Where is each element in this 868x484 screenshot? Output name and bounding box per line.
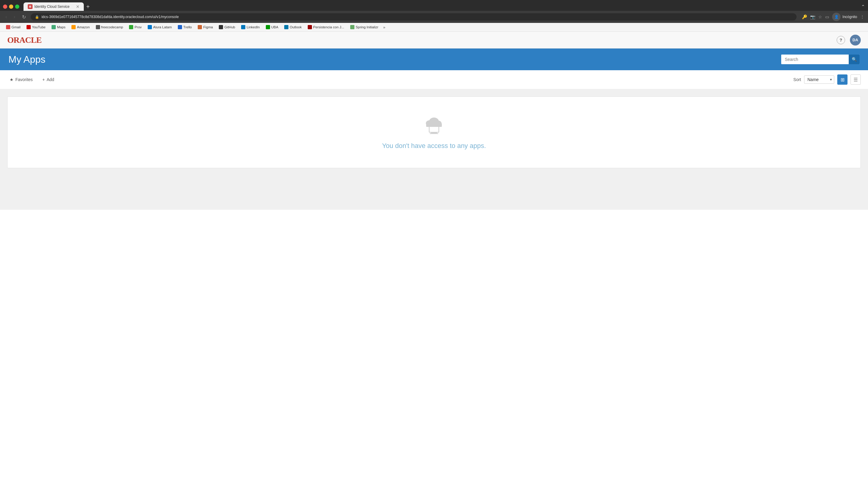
bookmark-label: Outlook — [290, 25, 302, 29]
bookmark-icon — [6, 25, 10, 29]
svg-rect-6 — [430, 133, 438, 134]
browser-nav-icons: 🔑 📷 ☆ ▭ 👤 Incógnito ⋮ — [802, 13, 864, 21]
incognito-label: Incógnito — [842, 15, 857, 19]
page-header: My Apps 🔍 — [0, 49, 868, 70]
svg-rect-5 — [431, 132, 437, 133]
maximize-window-button[interactable] — [15, 4, 19, 9]
bookmark-label: LinkedIn — [247, 25, 259, 29]
bookmark-youtube[interactable]: YouTube — [24, 24, 48, 30]
header-right: ? DA — [837, 35, 861, 46]
help-button[interactable]: ? — [837, 36, 845, 44]
bookmark-outlook[interactable]: Outlook — [282, 24, 304, 30]
search-input[interactable] — [781, 55, 860, 64]
star-icon[interactable]: ☆ — [818, 13, 822, 21]
bookmarks-more-icon[interactable]: » — [383, 25, 385, 30]
add-button[interactable]: + Add — [40, 76, 57, 83]
address-bar: ‹ › ↻ 🔒 idcs-3669d1e0771645778c8d78308d1… — [0, 11, 868, 23]
camera-off-icon[interactable]: 📷 — [810, 13, 815, 21]
tab-bar: ⊞ Identity Cloud Service ✕ + ⌃ — [0, 0, 868, 11]
bookmark-icon — [178, 25, 182, 29]
bookmark-maps[interactable]: Maps — [49, 24, 68, 30]
favorites-button[interactable]: ★ Favorites — [7, 76, 35, 83]
key-icon[interactable]: 🔑 — [802, 13, 807, 21]
tablet-icon[interactable]: ▭ — [825, 13, 829, 21]
sort-label: Sort — [793, 77, 801, 82]
bookmark-icon — [198, 25, 202, 29]
tab-maximize-icon: ⌃ — [861, 4, 865, 10]
bookmark-icon — [350, 25, 354, 29]
tab-title: Identity Cloud Service — [34, 4, 74, 9]
bookmark-trello[interactable]: Trello — [176, 24, 194, 30]
search-container: 🔍 — [781, 55, 860, 64]
bookmark-label: YouTube — [32, 25, 45, 29]
close-window-button[interactable] — [3, 4, 7, 9]
toolbar: ★ Favorites + Add Sort Name Date Type ▾ … — [0, 70, 868, 89]
back-button[interactable]: ‹ — [4, 13, 9, 20]
incognito-button[interactable]: 👤 Incógnito — [832, 13, 857, 21]
bookmark-icon — [219, 25, 223, 29]
bookmark-gmail[interactable]: Gmail — [4, 24, 23, 30]
plus-icon: + — [42, 77, 45, 82]
bookmark-label: Spring Initializr — [355, 25, 378, 29]
toolbar-right: Sort Name Date Type ▾ ⊞ ☰ — [793, 74, 861, 85]
new-tab-button[interactable]: + — [86, 3, 90, 10]
bookmark-icon — [284, 25, 288, 29]
url-text: idcs-3669d1e0771645778c8d78308d1dafda.id… — [41, 15, 793, 19]
bookmark-label: freecodecamp — [101, 25, 123, 29]
bookmark-uba[interactable]: UBA — [264, 24, 281, 30]
bookmark-icon — [266, 25, 270, 29]
bookmarks-bar: Gmail YouTube Maps Amazon freecodecamp P… — [0, 23, 868, 32]
bookmark-icon — [71, 25, 76, 29]
more-options-icon[interactable]: ⋮ — [860, 13, 864, 21]
grid-icon: ⊞ — [841, 77, 844, 83]
sort-select-wrapper: Name Date Type ▾ — [804, 75, 834, 84]
user-initials: DA — [852, 38, 858, 42]
empty-message: You don't have access to any apps. — [382, 142, 486, 150]
bookmark-icon — [129, 25, 133, 29]
reload-button[interactable]: ↻ — [20, 13, 28, 21]
bookmark-icon — [308, 25, 312, 29]
bookmark-spring[interactable]: Spring Initializr — [348, 24, 381, 30]
search-button[interactable]: 🔍 — [849, 55, 860, 64]
bookmark-alura[interactable]: Alura Latam — [145, 24, 174, 30]
bookmark-linkedin[interactable]: LinkedIn — [239, 24, 262, 30]
browser-chrome: ⊞ Identity Cloud Service ✕ + ⌃ ‹ › ↻ 🔒 i… — [0, 0, 868, 32]
oracle-app: ORACLE ? DA My Apps 🔍 ★ Favorites — [0, 32, 868, 210]
bookmark-label: Prov — [134, 25, 142, 29]
bookmark-prov[interactable]: Prov — [127, 24, 144, 30]
empty-state-card: You don't have access to any apps. — [7, 96, 861, 168]
bookmark-icon — [52, 25, 56, 29]
empty-state-illustration — [422, 115, 446, 136]
sort-select[interactable]: Name Date Type — [804, 75, 834, 84]
bookmark-figma[interactable]: Figma — [195, 24, 215, 30]
minimize-window-button[interactable] — [9, 4, 13, 9]
bookmark-github[interactable]: GitHub — [216, 24, 238, 30]
page-title: My Apps — [8, 54, 45, 65]
star-icon: ★ — [10, 77, 13, 82]
bookmark-icon — [148, 25, 152, 29]
user-avatar[interactable]: DA — [850, 35, 861, 46]
bookmark-label: UBA — [271, 25, 278, 29]
tab-close-button[interactable]: ✕ — [76, 4, 80, 9]
grid-view-button[interactable]: ⊞ — [837, 74, 847, 85]
empty-icon — [422, 115, 446, 136]
url-bar[interactable]: 🔒 idcs-3669d1e0771645778c8d78308d1dafda.… — [31, 13, 797, 21]
bookmark-label: GitHub — [224, 25, 235, 29]
bookmark-persistencia[interactable]: Persistencia con J... — [305, 24, 347, 30]
forward-button[interactable]: › — [12, 13, 17, 20]
bookmark-label: Figma — [203, 25, 213, 29]
add-label: Add — [47, 77, 54, 82]
active-tab[interactable]: ⊞ Identity Cloud Service ✕ — [24, 2, 84, 11]
bookmark-label: Gmail — [11, 25, 21, 29]
bookmark-label: Amazon — [77, 25, 90, 29]
oracle-logo: ORACLE — [7, 35, 41, 45]
bookmark-amazon[interactable]: Amazon — [69, 24, 92, 30]
main-content: You don't have access to any apps. — [0, 89, 868, 210]
favorites-label: Favorites — [16, 77, 33, 82]
bookmark-icon — [241, 25, 245, 29]
incognito-avatar: 👤 — [832, 13, 841, 21]
oracle-header: ORACLE ? DA — [0, 32, 868, 49]
bookmark-freecodecamp[interactable]: freecodecamp — [93, 24, 126, 30]
list-view-button[interactable]: ☰ — [850, 74, 861, 85]
search-icon: 🔍 — [852, 57, 857, 62]
